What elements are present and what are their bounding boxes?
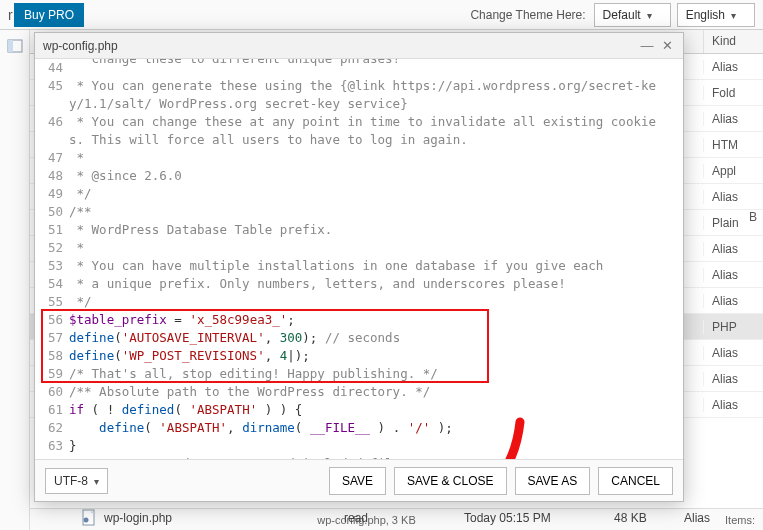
file-kind: Alias [684, 511, 763, 525]
dialog-footer: UTF-8 SAVE SAVE & CLOSE SAVE AS CANCEL [35, 459, 683, 501]
top-toolbar: r Buy PRO Change Theme Here: Default Eng… [0, 0, 763, 30]
code-editor[interactable]: 44 change these to different unique phra… [35, 59, 683, 459]
buy-pro-button[interactable]: Buy PRO [14, 3, 84, 27]
save-as-button[interactable]: SAVE AS [515, 467, 591, 495]
save-button[interactable]: SAVE [329, 467, 386, 495]
main-area: Kind AliasFoldAliasHTMApplAliasPlainAlia… [0, 30, 763, 530]
kind-cell: Alias [703, 346, 763, 360]
save-close-button[interactable]: SAVE & CLOSE [394, 467, 506, 495]
change-theme-label: Change Theme Here: [470, 8, 585, 22]
theme-select[interactable]: Default [594, 3, 671, 27]
file-row-wp-login[interactable]: wp-login.php read Today 05:15 PM 48 KB A… [80, 506, 763, 530]
file-size: 48 KB [614, 511, 684, 525]
svg-point-3 [84, 518, 89, 523]
file-date: Today 05:15 PM [464, 511, 614, 525]
kind-cell: Alias [703, 268, 763, 282]
kind-cell: Alias [703, 112, 763, 126]
editor-dialog: wp-config.php — ✕ 44 change these to dif… [34, 32, 684, 502]
panel-icon [7, 38, 23, 54]
kind-cell: PHP [703, 320, 763, 334]
cancel-button[interactable]: CANCEL [598, 467, 673, 495]
truncated-right-text: B [749, 210, 757, 224]
kind-cell: Alias [703, 242, 763, 256]
kind-cell: Alias [703, 372, 763, 386]
kind-cell: Alias [703, 398, 763, 412]
dialog-title: wp-config.php [43, 39, 635, 53]
file-perm: read [344, 511, 464, 525]
kind-cell: Alias [703, 190, 763, 204]
column-kind[interactable]: Kind [703, 30, 763, 53]
minimize-icon[interactable]: — [639, 38, 655, 53]
theme-select-value: Default [603, 8, 641, 22]
language-select[interactable]: English [677, 3, 755, 27]
left-gutter [0, 30, 30, 530]
svg-rect-1 [8, 40, 13, 52]
kind-cell: Alias [703, 294, 763, 308]
language-select-value: English [686, 8, 725, 22]
php-file-icon [80, 509, 98, 527]
dialog-titlebar[interactable]: wp-config.php — ✕ [35, 33, 683, 59]
kind-cell: Appl [703, 164, 763, 178]
kind-cell: Fold [703, 86, 763, 100]
file-name: wp-login.php [104, 511, 344, 525]
close-icon[interactable]: ✕ [659, 38, 675, 53]
kind-cell: Alias [703, 60, 763, 74]
encoding-value: UTF-8 [54, 474, 88, 488]
kind-cell: HTM [703, 138, 763, 152]
encoding-select[interactable]: UTF-8 [45, 468, 108, 494]
